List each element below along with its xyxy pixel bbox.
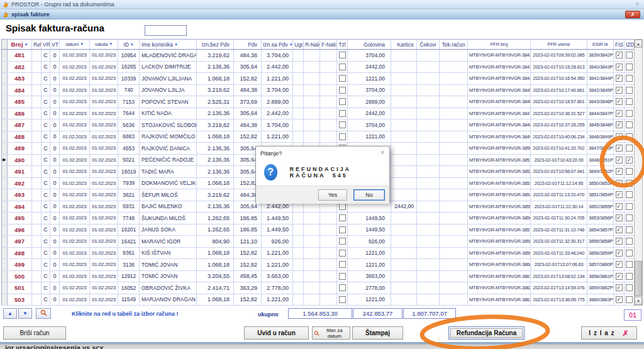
fis-checkbox[interactable]: ✓: [616, 250, 623, 257]
scrollbar-down-icon[interactable]: ▼: [635, 297, 642, 305]
column-header-pdv[interactable]: Pdv: [234, 40, 262, 50]
table-row[interactable]: 499C001.02.202301.02.20233136TOMIĆ JOVAN…: [2, 259, 635, 271]
fis-checkbox[interactable]: ✓: [616, 121, 623, 128]
table-row[interactable]: 481C001.02.202301.02.202310954MLADENOVIĆ…: [2, 50, 635, 62]
column-header-valuta[interactable]: valuta▼: [90, 40, 118, 50]
column-header-pfr_vreme[interactable]: PFR vreme: [531, 40, 587, 50]
izd-checkbox[interactable]: [626, 250, 633, 257]
tzl-checkbox[interactable]: [339, 250, 346, 257]
table-row[interactable]: 485C001.02.202301.02.20237153POPOVIĆ STE…: [2, 96, 635, 108]
app-close-icon[interactable]: ×: [635, 1, 639, 8]
izd-checkbox[interactable]: [626, 110, 633, 117]
column-header-esir[interactable]: ESIR br: [587, 40, 614, 50]
fis-checkbox[interactable]: ✓: [616, 226, 623, 233]
izd-checkbox[interactable]: [626, 168, 633, 175]
sort-icon[interactable]: ▼: [174, 43, 178, 47]
izd-checkbox[interactable]: [626, 121, 633, 128]
table-row[interactable]: 500C001.02.202301.02.202312912TOMIĆ JOVA…: [2, 270, 635, 282]
tzl-checkbox[interactable]: [339, 296, 346, 303]
izlaz-button[interactable]: I z l a z ✗: [581, 326, 637, 340]
table-row[interactable]: 501C001.02.202301.02.202316052OBRADOVIĆ …: [2, 282, 635, 294]
uvid-u-racun-button[interactable]: Uvid u račun: [244, 326, 309, 340]
tzl-checkbox[interactable]: [339, 121, 346, 128]
izd-checkbox[interactable]: [626, 214, 633, 221]
izd-checkbox[interactable]: [626, 191, 633, 198]
brisi-racun-button[interactable]: Briši račun: [3, 326, 66, 340]
izd-checkbox[interactable]: [626, 180, 633, 187]
fis-checkbox[interactable]: ✓: [616, 87, 623, 94]
tzl-checkbox[interactable]: [339, 75, 346, 82]
tzl-checkbox[interactable]: [339, 273, 346, 280]
izd-checkbox[interactable]: [626, 64, 633, 70]
tzl-checkbox[interactable]: [339, 284, 346, 291]
sort-icon[interactable]: ▼: [289, 43, 293, 47]
tzl-checkbox[interactable]: [339, 261, 346, 268]
tzl-checkbox[interactable]: [339, 87, 346, 94]
table-row[interactable]: 483C001.02.202301.02.202310339JOVANOV LJ…: [2, 73, 635, 85]
izd-checkbox[interactable]: [626, 284, 633, 291]
izd-checkbox[interactable]: [626, 98, 633, 105]
izd-checkbox[interactable]: [626, 75, 633, 82]
izd-checkbox[interactable]: ✓: [626, 157, 633, 163]
column-header-tzl[interactable]: Tzl: [337, 40, 348, 50]
table-row[interactable]: 497C001.02.202301.02.202316421MARAVIĆ IG…: [2, 236, 635, 248]
row-down-button[interactable]: ▼: [18, 308, 32, 319]
fis-checkbox[interactable]: ✓: [616, 214, 623, 221]
table-row[interactable]: 488C001.02.202301.02.20236883RAJKOVIĆ MO…: [2, 131, 635, 143]
tzl-checkbox[interactable]: [339, 52, 346, 58]
izd-checkbox[interactable]: [626, 87, 633, 94]
table-row[interactable]: 503C001.02.202301.02.202311549MARJANOV D…: [2, 294, 635, 306]
fis-checkbox[interactable]: ✓: [616, 98, 623, 105]
column-header-vr[interactable]: VR: [42, 40, 50, 50]
column-header-kartice[interactable]: Kartice: [391, 40, 417, 50]
column-header-pfr_broj[interactable]: PFR broj: [468, 40, 531, 50]
izd-checkbox[interactable]: [626, 296, 633, 303]
sort-icon[interactable]: ▼: [25, 43, 28, 47]
tzl-checkbox[interactable]: [339, 64, 346, 70]
column-header-cekovi[interactable]: Čekovi: [417, 40, 440, 50]
tzl-checkbox[interactable]: [339, 110, 346, 117]
column-header-ugo[interactable]: Ugo: [293, 40, 304, 50]
vertical-scrollbar[interactable]: ▲ ▼: [634, 39, 643, 306]
refundacija-racuna-button[interactable]: Refundacija Računa: [448, 326, 525, 340]
table-row[interactable]: 495C001.02.202301.02.20237748ŠUKUNDA MIL…: [2, 213, 635, 224]
izd-checkbox[interactable]: [626, 226, 633, 233]
fis-checkbox[interactable]: ✓: [616, 110, 623, 117]
column-header-f_nalog[interactable]: F-Nalog: [320, 40, 337, 50]
column-header-izd[interactable]: IZD: [625, 40, 635, 50]
fis-checkbox[interactable]: ✓: [616, 75, 623, 82]
column-header-fis[interactable]: FIS: [614, 40, 625, 50]
fis-checkbox[interactable]: ✓: [616, 273, 623, 280]
fis-checkbox[interactable]: ✓: [616, 203, 623, 210]
column-header-ref[interactable]: Ref: [32, 40, 42, 50]
no-button[interactable]: No: [353, 189, 385, 201]
column-header-r_nalog[interactable]: R-Nalog: [304, 40, 320, 50]
fis-checkbox[interactable]: ✓: [616, 261, 623, 268]
fis-checkbox[interactable]: ✓: [616, 145, 623, 152]
tzl-checkbox[interactable]: [339, 203, 346, 210]
fis-checkbox[interactable]: ✓: [616, 191, 623, 198]
scrollbar-thumb[interactable]: [635, 261, 642, 296]
sort-icon[interactable]: ▼: [80, 42, 84, 46]
tzl-checkbox[interactable]: [339, 214, 346, 221]
search-input[interactable]: [145, 25, 187, 36]
fis-checkbox[interactable]: ✓: [616, 284, 623, 291]
table-row[interactable]: 482C001.02.202301.02.202316285LACKOV DIM…: [2, 61, 635, 73]
stampaj-button[interactable]: Štampaj: [352, 326, 403, 340]
tzl-checkbox[interactable]: [339, 98, 346, 105]
column-header-bez[interactable]: Izn.bez Pdv: [197, 40, 234, 50]
row-up-button[interactable]: ▲: [3, 308, 17, 319]
tzl-checkbox[interactable]: [339, 238, 346, 245]
table-row[interactable]: 486C001.02.202301.02.20237644KITIĆ NADA2…: [2, 108, 635, 119]
column-header-id[interactable]: ID▼: [118, 40, 140, 50]
dialog-close-icon[interactable]: ×: [380, 149, 384, 156]
fis-checkbox[interactable]: ✓: [616, 168, 623, 175]
table-row[interactable]: 484C001.02.202301.02.2023740JOVANOV LJIL…: [2, 84, 635, 96]
column-header-ime[interactable]: Ime korisnika▼: [140, 40, 197, 50]
column-header-vt[interactable]: VT: [50, 40, 60, 50]
tzl-checkbox[interactable]: [339, 226, 346, 233]
sort-icon[interactable]: ▼: [130, 43, 134, 47]
column-header-tek_racun[interactable]: Tek.račun: [440, 40, 468, 50]
column-header-sa[interactable]: Izn.sa Pdv▼: [262, 40, 293, 50]
fis-checkbox[interactable]: ✓: [616, 180, 623, 187]
